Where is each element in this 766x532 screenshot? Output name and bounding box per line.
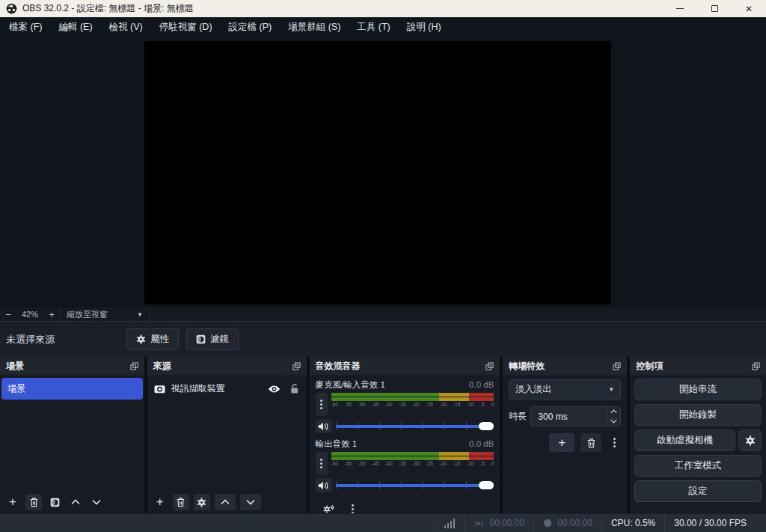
add-source-button[interactable]: +	[152, 494, 168, 510]
cpu-usage: CPU: 0.5%	[602, 514, 664, 532]
close-button[interactable]: ✕	[732, 0, 766, 17]
kebab-icon	[613, 441, 616, 444]
popout-icon[interactable]	[292, 362, 301, 370]
volume-meter	[331, 397, 494, 401]
menu-profile[interactable]: 設定檔 (P)	[221, 17, 281, 37]
start-virtual-camera-button[interactable]: 啟動虛擬相機	[634, 429, 735, 451]
scenes-title: 場景	[6, 360, 24, 373]
scene-name: 場景	[7, 382, 25, 395]
source-properties-button[interactable]	[194, 494, 210, 510]
close-icon: ✕	[745, 4, 753, 14]
meter-scale: -60-55-50-45-40-35-30-25-20-15-10-50	[331, 461, 494, 467]
zoom-in-button[interactable]: +	[43, 309, 60, 320]
slider-handle[interactable]	[479, 422, 494, 430]
channel-menu-button[interactable]	[316, 452, 328, 475]
channel-db-value: 0.0 dB	[469, 380, 494, 389]
maximize-button[interactable]	[697, 0, 732, 17]
add-scene-button[interactable]: +	[4, 494, 21, 510]
scenes-toolbar: +	[0, 491, 144, 513]
visibility-eye-icon[interactable]	[268, 385, 281, 394]
popout-icon[interactable]	[130, 362, 138, 370]
source-down-button[interactable]	[240, 494, 261, 510]
remove-transition-button[interactable]	[580, 433, 601, 452]
zoom-mode-dropdown[interactable]: 縮放至視窗 ▼	[61, 309, 149, 320]
remove-source-button[interactable]	[173, 494, 189, 510]
remove-scene-button[interactable]	[25, 494, 42, 510]
filter-icon	[196, 334, 206, 344]
audio-mixer-panel: 音效混音器 麥克風/輸入音效 1 0.0 dB	[310, 357, 500, 513]
add-transition-button[interactable]: +	[549, 433, 574, 452]
mixer-panel-header[interactable]: 音效混音器	[310, 357, 500, 375]
scene-down-button[interactable]	[88, 494, 105, 510]
zoom-out-button[interactable]: −	[0, 309, 16, 320]
popout-icon[interactable]	[752, 362, 760, 370]
volume-slider[interactable]	[336, 480, 494, 490]
popout-icon[interactable]	[485, 362, 494, 370]
gear-icon	[745, 435, 756, 446]
start-streaming-button[interactable]: 開始串流	[634, 379, 762, 400]
settings-button[interactable]: 設定	[634, 480, 762, 502]
source-list: 視訊擷取裝置	[147, 375, 307, 491]
statusbar: 00:00:00 00:00:00 CPU: 0.5% 30.00 / 30.0…	[0, 513, 766, 532]
preview-canvas[interactable]	[144, 41, 611, 305]
preview-area	[0, 37, 766, 308]
gear-icon	[197, 498, 206, 507]
source-context-toolbar: 未選擇來源 屬性 濾鏡	[0, 322, 766, 357]
properties-label: 屬性	[150, 333, 169, 346]
minimize-button[interactable]	[663, 0, 697, 17]
transition-select[interactable]: 淡入淡出 ▼	[509, 379, 621, 400]
mixer-menu-button[interactable]	[352, 508, 354, 510]
menu-file[interactable]: 檔案 (F)	[1, 17, 50, 37]
slider-track	[336, 425, 494, 428]
source-list-item[interactable]: 視訊擷取裝置	[147, 379, 307, 399]
broadcast-icon	[474, 519, 484, 528]
record-time: 00:00:00	[557, 518, 592, 528]
menu-tools[interactable]: 工具 (T)	[349, 17, 398, 37]
menu-scene-collection[interactable]: 場景群組 (S)	[280, 17, 349, 37]
duration-decrement-button[interactable]	[607, 417, 620, 426]
sources-title: 來源	[153, 360, 171, 373]
lock-open-icon[interactable]	[289, 383, 299, 394]
scene-filters-button[interactable]	[46, 494, 63, 510]
channel-name: 輸出音效 1	[316, 438, 358, 450]
advanced-audio-button[interactable]	[323, 504, 335, 514]
controls-body: 開始串流 開始錄製 啟動虛擬相機 工作室模式 設定	[630, 375, 766, 513]
scene-list-item[interactable]: 場景	[1, 378, 143, 400]
menu-help[interactable]: 說明 (H)	[399, 17, 450, 37]
filters-label: 濾鏡	[210, 333, 229, 346]
sources-panel-header[interactable]: 來源	[147, 357, 307, 375]
meter-scale: -60-55-50-45-40-35-30-25-20-15-10-50	[331, 402, 494, 408]
menu-view[interactable]: 檢視 (V)	[101, 17, 151, 37]
scenes-panel-header[interactable]: 場景	[0, 357, 144, 375]
zoom-mode-label: 縮放至視窗	[67, 309, 108, 320]
source-up-button[interactable]	[215, 494, 236, 510]
controls-panel-header[interactable]: 控制項	[630, 357, 766, 375]
channel-name: 麥克風/輸入音效 1	[316, 379, 385, 391]
filters-button[interactable]: 濾鏡	[186, 328, 239, 350]
volume-meter	[331, 452, 494, 456]
menu-edit[interactable]: 編輯 (E)	[50, 17, 100, 37]
record-icon	[543, 519, 552, 528]
mute-button[interactable]	[316, 419, 332, 433]
popout-icon[interactable]	[613, 362, 621, 370]
docks: 場景 場景 +	[0, 357, 766, 513]
duration-increment-button[interactable]	[607, 407, 620, 417]
duration-spinbox[interactable]: 300 ms	[530, 406, 621, 426]
transitions-panel-header[interactable]: 轉場特效	[503, 357, 627, 375]
start-recording-button[interactable]: 開始錄製	[634, 404, 762, 426]
transitions-title: 轉場特效	[509, 360, 545, 373]
channel-menu-button[interactable]	[316, 393, 328, 416]
properties-button[interactable]: 屬性	[126, 328, 179, 350]
camera-icon	[154, 385, 165, 394]
scene-list: 場景	[0, 375, 144, 491]
volume-slider[interactable]	[336, 421, 494, 431]
slider-handle[interactable]	[479, 481, 494, 489]
studio-mode-button[interactable]: 工作室模式	[634, 455, 762, 477]
mute-button[interactable]	[316, 478, 332, 492]
scene-up-button[interactable]	[67, 494, 84, 510]
no-source-label: 未選擇來源	[6, 333, 55, 346]
menu-docks[interactable]: 停駐視窗 (D)	[151, 17, 221, 37]
virtual-camera-config-button[interactable]	[738, 429, 762, 451]
slider-track	[336, 484, 494, 487]
transition-properties-button[interactable]	[607, 433, 621, 452]
